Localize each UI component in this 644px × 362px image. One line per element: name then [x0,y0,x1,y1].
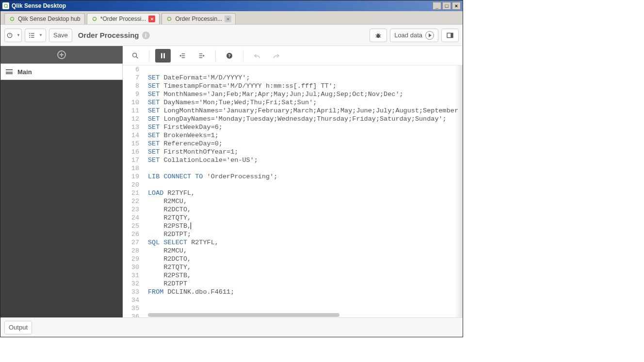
svg-rect-11 [31,37,34,37]
svg-point-3 [93,17,96,21]
undo-button[interactable] [249,49,265,63]
help-button[interactable]: ? [222,49,237,63]
editor-column: ? 67891011121314151617181920212223242526… [123,46,463,317]
comment-button[interactable] [155,49,171,63]
svg-rect-23 [161,53,162,58]
list-menu-button[interactable]: ▼ [25,29,46,42]
app-logo-icon [2,2,9,9]
window-controls: _ □ × [432,2,461,10]
tab-order-processing-modified[interactable]: *Order Processi... × [87,13,160,24]
svg-text:?: ? [228,53,230,58]
svg-rect-7 [31,33,34,33]
qlik-icon [91,16,98,22]
svg-line-16 [380,36,381,37]
app-name: Order Processing i [78,31,150,39]
horizontal-scrollbar[interactable] [148,313,457,317]
close-tab-icon[interactable]: × [148,16,155,22]
output-button-label: Output [9,324,28,331]
svg-line-22 [136,57,138,58]
svg-line-13 [376,34,377,35]
qlik-icon [166,16,173,22]
svg-point-6 [29,33,30,34]
code-area[interactable]: SET DateFormat='M/D/YYYY';SET TimestampF… [144,65,463,317]
svg-point-21 [133,53,137,57]
output-button[interactable]: Output [4,321,32,334]
svg-line-15 [376,36,377,37]
svg-rect-20 [451,33,453,37]
save-button-label: Save [53,31,68,39]
indent-button[interactable] [175,49,190,63]
svg-rect-24 [163,53,165,58]
outdent-button[interactable] [194,49,209,63]
window-title: Qlik Sense Desktop [12,2,66,9]
svg-point-4 [168,17,171,21]
section-main[interactable]: Main [0,63,123,80]
plus-icon [57,50,66,59]
svg-point-12 [377,34,380,38]
svg-line-1 [7,7,8,8]
svg-line-18 [379,33,379,34]
vertical-scrollbar[interactable] [455,65,463,317]
section-label: Main [17,68,32,76]
load-data-label: Load data [394,31,422,39]
play-icon [425,31,434,40]
tab-label: Qlik Sense Desktop hub [18,16,80,22]
minimize-button[interactable]: _ [433,2,441,10]
redo-button[interactable] [269,49,284,63]
svg-point-8 [29,35,30,36]
sections-sidebar: Main [0,46,123,317]
tab-label: *Order Processi... [100,16,146,22]
tab-hub[interactable]: Qlik Sense Desktop hub [4,13,85,24]
close-button[interactable]: × [452,2,461,10]
toggle-panel-button[interactable] [441,29,459,42]
svg-point-2 [11,17,14,21]
main-toolbar: ▼ ▼ Save Order Processing i Load data [0,25,463,46]
debug-button[interactable] [370,29,387,42]
save-button[interactable]: Save [49,29,72,42]
drag-handle-icon[interactable] [6,69,13,74]
nav-menu-button[interactable]: ▼ [4,29,22,42]
tab-order-processing[interactable]: Order Processin... × [161,13,236,24]
add-section-button[interactable] [0,46,123,63]
app-name-text: Order Processing [78,31,139,39]
editor-toolbar: ? [123,46,463,65]
app-window: Qlik Sense Desktop _ □ × Qlik Sense Desk… [0,0,463,337]
search-button[interactable] [128,49,143,63]
scrollbar-thumb[interactable] [148,313,339,317]
svg-rect-9 [31,35,34,35]
footer: Output [0,317,463,337]
tab-label: Order Processin... [175,16,222,22]
line-gutter: 6789101112131415161718192021222324252627… [123,65,144,317]
svg-line-17 [377,33,378,34]
svg-line-14 [380,34,381,35]
code-editor[interactable]: 6789101112131415161718192021222324252627… [123,65,463,317]
qlik-icon [9,16,16,22]
titlebar: Qlik Sense Desktop _ □ × [0,0,463,11]
app-tabs: Qlik Sense Desktop hub *Order Processi..… [0,11,463,25]
close-tab-icon[interactable]: × [225,16,231,22]
editor-body: Main ? [0,46,463,317]
svg-point-10 [29,37,30,38]
load-data-button[interactable]: Load data [390,29,438,42]
maximize-button[interactable]: □ [442,2,451,10]
info-icon[interactable]: i [142,31,150,39]
